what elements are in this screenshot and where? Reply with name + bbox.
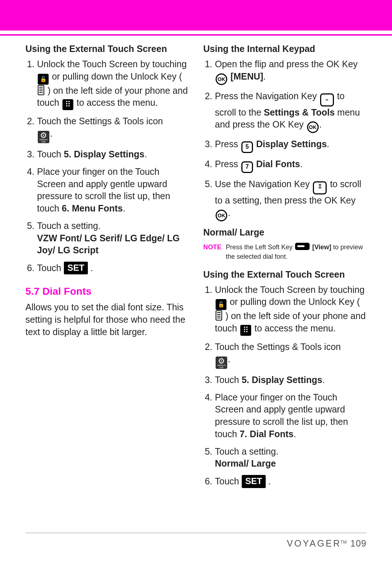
settings-tools-icon: ⚙Settings &Tools [38, 131, 49, 143]
list-item: Touch the Settings & Tools icon ⚙Setting… [215, 341, 367, 369]
page-number: 109 [350, 538, 367, 548]
unlock-icon: 🔓 [38, 74, 49, 85]
heading-ext-touchscreen-2: Using the External Touch Screen [203, 269, 367, 281]
list-ext2: Unlock the Touch Screen by touching 🔓 or… [203, 284, 367, 488]
list-item: Touch SET . [215, 475, 367, 488]
list-item: Touch 5. Display Settings. [215, 374, 367, 386]
list-item: Touch 5. Display Settings. [37, 148, 189, 161]
nav-key-down-icon: ⌄ [320, 93, 334, 106]
list-item: Touch SET . [37, 262, 189, 274]
menu-grid-icon [240, 325, 251, 336]
ok-key-icon: OK [216, 210, 227, 221]
list-item: Unlock the Touch Screen by touching 🔓 or… [215, 284, 367, 336]
list-ext1: Unlock the Touch Screen by touching 🔓 or… [25, 58, 189, 275]
list-item: Press 7 Dial Fonts. [215, 158, 367, 173]
section-title-dial-fonts: 5.7 Dial Fonts [25, 285, 189, 298]
unlock-icon: 🔓 [216, 299, 226, 310]
brand-name: VOYAGER [287, 538, 341, 548]
left-softkey-icon [295, 243, 310, 250]
key-5-icon: 5 [241, 141, 253, 153]
list-int1: Open the flip and press the OK Key OK [M… [203, 58, 367, 221]
note-text: Press the Left Soft Key [View] to previe… [226, 242, 367, 261]
unlock-key-icon [216, 310, 222, 321]
trademark-symbol: TM [340, 540, 347, 545]
heading-ext-touchscreen-1: Using the External Touch Screen [25, 43, 189, 55]
list-item: Touch the Settings & Tools icon ⚙Setting… [37, 115, 189, 143]
ok-key-icon: OK [216, 73, 227, 85]
key-7-icon: 7 [241, 161, 253, 173]
header-bar [0, 0, 392, 31]
settings-tools-icon: ⚙Settings &Tools [216, 356, 227, 369]
list-item: Unlock the Touch Screen by touching 🔓 or… [37, 58, 189, 110]
heading-internal-keypad: Using the Internal Keypad [203, 43, 367, 55]
set-button-icon: SET [242, 475, 266, 488]
ok-key-icon: OK [307, 121, 319, 133]
unlock-key-icon [38, 85, 44, 95]
list-item: Place your finger on the Touch Screen an… [215, 391, 367, 440]
note-label: NOTE [203, 242, 221, 261]
intro-text: Allows you to set the dial font size. Th… [25, 301, 189, 338]
list-item: Use the Navigation Key ⇕ to scroll to a … [215, 178, 367, 221]
nav-key-updown-icon: ⇕ [313, 181, 327, 194]
list-item: Touch a setting.Normal/ Large [215, 446, 367, 470]
page-content: Using the External Touch Screen Unlock t… [0, 36, 392, 488]
note-block: NOTE Press the Left Soft Key [View] to p… [203, 242, 367, 261]
menu-grid-icon [62, 99, 73, 110]
list-item: Place your finger on the Touch Screen an… [37, 166, 189, 215]
list-item: Press 5 Display Settings. [215, 138, 367, 153]
page-footer: VOYAGERTM109 [25, 533, 367, 549]
set-button-icon: SET [64, 262, 88, 274]
list-item: Touch a setting.VZW Font/ LG Serif/ LG E… [37, 220, 189, 257]
heading-normal-large-1: Normal/ Large [203, 226, 367, 239]
list-item: Open the flip and press the OK Key OK [M… [215, 58, 367, 85]
list-item: Press the Navigation Key ⌄ to scroll to … [215, 90, 367, 133]
